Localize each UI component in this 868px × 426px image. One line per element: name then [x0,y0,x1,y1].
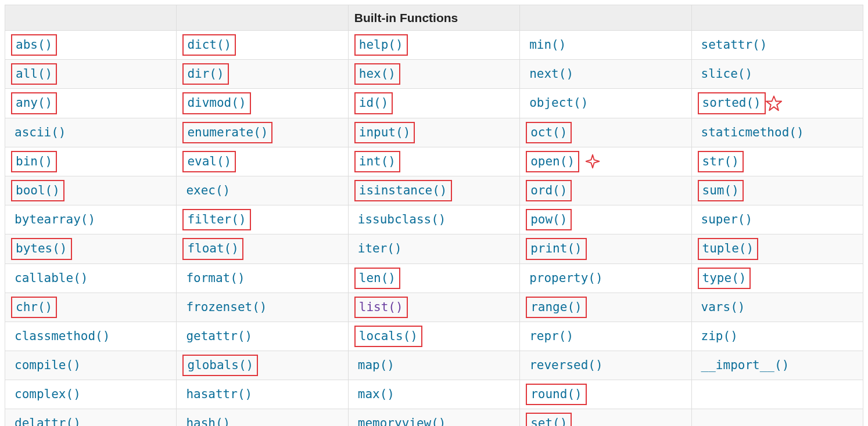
table-cell: str() [691,147,863,176]
table-cell: hash() [177,409,348,426]
table-cell: max() [348,380,519,409]
table-cell: ord() [520,176,691,205]
table-cell: input() [348,118,519,147]
function-link[interactable]: open() [526,151,579,172]
function-link[interactable]: slice() [698,64,756,84]
function-link[interactable]: enumerate() [182,122,272,143]
function-link[interactable]: reversed() [526,356,606,375]
table-cell: set() [520,409,691,426]
table-cell: exec() [177,176,348,205]
table-cell: round() [520,380,691,409]
function-link[interactable]: hex() [354,63,400,85]
function-link[interactable]: sorted() [698,92,766,114]
function-link[interactable]: __import__() [698,356,793,375]
function-link[interactable]: bytearray() [11,210,99,229]
function-link[interactable]: help() [354,34,408,56]
star-5-point-icon [766,95,782,111]
function-link[interactable]: max() [354,385,398,404]
function-link[interactable]: callable() [11,269,91,288]
function-link[interactable]: compile() [11,356,84,375]
function-link[interactable]: ord() [526,180,572,201]
table-cell: memoryview() [348,409,519,426]
function-link[interactable]: set() [526,413,572,426]
function-link[interactable]: range() [526,297,587,318]
function-link[interactable]: type() [698,268,751,289]
function-link[interactable]: zip() [698,327,741,346]
table-cell: isinstance() [348,176,519,205]
function-link[interactable]: dict() [182,34,236,56]
function-link[interactable]: delattr() [11,414,84,426]
function-link[interactable]: vars() [698,298,749,317]
function-link[interactable]: getattr() [182,327,256,346]
function-link[interactable]: memoryview() [354,414,450,426]
function-link[interactable]: str() [698,151,744,172]
function-link[interactable]: tuple() [698,238,759,259]
table-row: compile()globals()map()reversed()__impor… [5,351,863,380]
function-link[interactable]: hash() [182,414,234,426]
function-link[interactable]: oct() [526,122,572,143]
function-link[interactable]: pow() [526,209,572,230]
function-link[interactable]: globals() [182,355,258,376]
function-link[interactable]: bin() [11,151,57,172]
table-cell: __import__() [691,351,863,380]
function-link[interactable]: chr() [11,297,57,318]
function-link[interactable]: iter() [354,239,406,258]
table-cell [691,409,863,426]
function-link[interactable]: object() [526,93,591,113]
function-link[interactable]: frozenset() [182,298,270,317]
table-row: abs()dict()help()min()setattr() [5,31,863,60]
function-link[interactable]: float() [182,238,243,259]
function-link[interactable]: len() [354,268,400,289]
function-link[interactable]: id() [354,92,393,114]
function-link[interactable]: list() [354,297,408,318]
function-link[interactable]: next() [526,64,577,84]
table-cell: bytearray() [5,205,177,234]
function-link[interactable]: dir() [182,63,228,85]
table-cell: id() [348,89,519,118]
function-link[interactable]: filter() [182,209,250,230]
function-link[interactable]: sum() [698,180,744,201]
function-link[interactable]: bytes() [11,238,72,259]
function-link[interactable]: input() [354,122,415,143]
function-link[interactable]: ascii() [11,123,70,142]
function-link[interactable]: int() [354,151,400,172]
function-link[interactable]: classmethod() [11,327,113,346]
function-link[interactable]: hasattr() [182,385,256,404]
builtin-functions-table: Built-in Functions abs()dict()help()min(… [5,5,863,426]
star-4-point-icon [585,154,600,169]
function-link[interactable]: round() [526,384,587,405]
table-cell: sorted() [691,89,863,118]
table-cell: chr() [5,293,177,322]
table-row: bin()eval()int()open() str() [5,147,863,176]
function-link[interactable]: divmod() [182,92,250,114]
function-link[interactable]: isinstance() [354,180,452,201]
function-link[interactable]: bool() [11,180,64,201]
function-link[interactable]: min() [526,35,569,55]
table-row: complex()hasattr()max()round() [5,380,863,409]
function-link[interactable]: locals() [354,326,422,347]
table-row: chr()frozenset()list()range()vars() [5,293,863,322]
table-cell: delattr() [5,409,177,426]
function-link[interactable]: map() [354,356,398,375]
function-link[interactable]: eval() [182,151,236,172]
table-cell: len() [348,263,519,293]
function-link[interactable]: all() [11,63,57,85]
table-cell: eval() [177,147,348,176]
function-link[interactable]: setattr() [698,35,771,55]
function-link[interactable]: super() [698,210,756,229]
function-link[interactable]: complex() [11,385,84,404]
function-link[interactable]: format() [182,269,248,288]
table-cell: zip() [691,322,863,351]
function-link[interactable]: abs() [11,34,57,56]
table-cell: open() [520,147,691,176]
table-cell: pow() [520,205,691,234]
function-link[interactable]: repr() [526,327,577,346]
table-cell: vars() [691,293,863,322]
function-link[interactable]: exec() [182,181,234,200]
function-link[interactable]: property() [526,269,606,288]
function-link[interactable]: any() [11,92,57,114]
table-header-row: Built-in Functions [5,5,863,31]
function-link[interactable]: print() [526,238,587,259]
function-link[interactable]: staticmethod() [698,123,808,142]
function-link[interactable]: issubclass() [354,210,450,229]
